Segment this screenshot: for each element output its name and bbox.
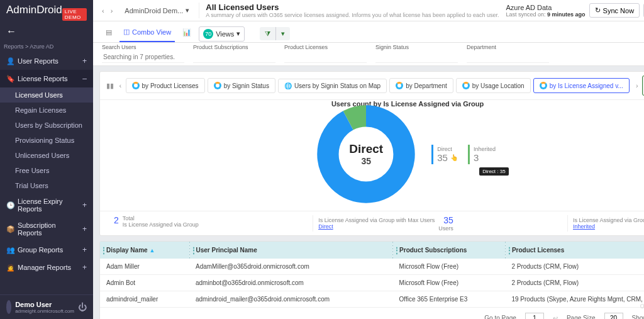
legend-value: 35 xyxy=(437,152,448,163)
nav-label: User Reports xyxy=(18,57,79,65)
donut-icon xyxy=(214,82,221,89)
tabs-prev-icon[interactable]: ‹ xyxy=(115,82,125,89)
tab-department[interactable]: by Department xyxy=(389,78,453,93)
pagesize-input[interactable] xyxy=(604,313,623,319)
metric-total: 2 Total Is License Assigned via Group xyxy=(109,215,199,232)
tabs-next-icon[interactable]: › xyxy=(632,82,642,89)
nav-group-reports[interactable]: 👥 Group Reports + xyxy=(0,241,93,259)
expand-icon[interactable]: + xyxy=(82,201,87,210)
donut-chart[interactable]: Direct 35 xyxy=(316,104,416,204)
col-label: Product Licenses xyxy=(512,247,564,254)
sub-users-by-subscription[interactable]: Users by Subscription xyxy=(0,118,93,133)
back-icon[interactable]: ← xyxy=(6,26,16,36)
tab-label: Users by Signin Status on Map xyxy=(294,82,380,89)
legend-direct[interactable]: Direct 35👆 xyxy=(431,145,462,164)
sub-trial-users[interactable]: Trial Users xyxy=(0,178,93,193)
expand-icon[interactable]: + xyxy=(82,57,87,65)
table-row[interactable]: Adam MillerAdamMiller@o365droid.onmicros… xyxy=(100,259,644,275)
metric-value: 2 xyxy=(114,215,119,225)
filter-label: Signin Status xyxy=(375,44,458,50)
funnel-icon: ⧩ xyxy=(260,27,276,40)
drag-icon[interactable]: ⋮ xyxy=(100,246,108,255)
current-user[interactable]: Demo User admeight.onmicrosoft.com ⏻ xyxy=(0,294,93,319)
metric-max: Is License Assigned via Group with Max U… xyxy=(313,215,453,232)
nav-license-reports[interactable]: 🔖 License Reports – xyxy=(0,70,93,87)
filter-input[interactable] xyxy=(375,52,458,63)
filter-licenses[interactable]: Product Licenses xyxy=(284,43,367,63)
tab-signin-status[interactable]: by Signin Status xyxy=(208,78,275,93)
nav-prev-icon[interactable]: ‹ xyxy=(99,7,107,14)
legend-inherited[interactable]: Inherited 3 xyxy=(468,145,499,164)
view-list-icon[interactable]: ▤ xyxy=(102,26,116,42)
goto-input[interactable] xyxy=(525,313,544,319)
nav-subscription-reports[interactable]: 📦 Subscription Reports + xyxy=(0,217,93,241)
sub-unlicensed-users[interactable]: Unlicensed Users xyxy=(0,148,93,163)
sync-now-label: Sync Now xyxy=(603,7,635,14)
tab-product-licenses[interactable]: by Product Licenses xyxy=(126,78,205,93)
views-dropdown[interactable]: 70 Views ▾ xyxy=(199,26,245,42)
nav-label: License Expiry Reports xyxy=(18,198,79,213)
filter-department[interactable]: Department xyxy=(467,43,549,63)
chart-tabs: ▮▮ ‹ by Product Licenses by Signin Statu… xyxy=(100,72,644,100)
table-row[interactable]: Admin Botadminbot@o365droid.onmicrosoft.… xyxy=(100,275,644,291)
filter-signin-status[interactable]: Signin Status xyxy=(375,43,458,63)
tab-label: by Signin Status xyxy=(224,82,269,89)
nav-next-icon[interactable]: › xyxy=(108,7,116,14)
manager-icon: 🙍 xyxy=(6,264,14,272)
page-title: All Licensed Users xyxy=(206,3,501,12)
search-users-input[interactable] xyxy=(102,52,184,63)
donut-icon xyxy=(462,82,470,89)
tab-license-assigned[interactable]: by Is License Assigned v... xyxy=(533,78,630,93)
expand-icon[interactable]: + xyxy=(82,245,87,254)
group-icon: 👥 xyxy=(6,246,14,254)
filter-input[interactable] xyxy=(193,52,275,63)
chevron-down-icon: ▾ xyxy=(186,6,189,14)
sub-licensed-users[interactable]: Licensed Users xyxy=(0,87,93,103)
metric-value: 35 xyxy=(443,215,453,225)
clock-icon: 🕒 xyxy=(6,201,14,210)
expand-icon[interactable]: + xyxy=(82,263,87,272)
user-meta: Demo User admeight.onmicrosoft.com xyxy=(15,301,74,314)
tenant-selector[interactable]: AdminDroid Dem... ▾ xyxy=(120,4,194,17)
goto-submit-icon[interactable]: ↩ xyxy=(553,315,558,319)
drag-icon[interactable]: ⋮ xyxy=(393,246,401,255)
combo-view-tab[interactable]: ◫ Combo View xyxy=(119,25,175,42)
col-upn[interactable]: ⋮User Principal Name xyxy=(189,242,393,259)
filter-input[interactable] xyxy=(284,52,367,63)
pointer-icon: 👆 xyxy=(450,154,458,161)
drag-icon[interactable]: ⋮ xyxy=(190,246,197,255)
tab-usage-location[interactable]: by Usage Location xyxy=(456,78,531,93)
donut-icon xyxy=(132,82,140,89)
sub-regain-licenses[interactable]: Regain Licenses xyxy=(0,103,93,118)
filter-button[interactable]: ⧩▾ xyxy=(260,27,290,40)
sub-free-users[interactable]: Free Users xyxy=(0,163,93,178)
col-display-name[interactable]: ⋮Display Name ▲ xyxy=(100,242,189,259)
drag-icon[interactable]: ⋮ xyxy=(506,246,513,255)
tab-signin-map[interactable]: 🌐Users by Signin Status on Map xyxy=(278,79,387,93)
filter-label: Product Licenses xyxy=(284,44,367,50)
metric-link[interactable]: Direct xyxy=(318,223,435,230)
sub-provisioning-status[interactable]: Provisioning Status xyxy=(0,133,93,148)
metric-label: Is License Assigned via Group with Min U… xyxy=(573,217,644,223)
brand-logo: AdminDroid xyxy=(6,4,62,16)
collapse-icon[interactable]: – xyxy=(82,74,87,83)
tab-label: by Is License Assigned v... xyxy=(550,82,623,89)
sync-now-button[interactable]: ↻ Sync Now xyxy=(589,3,640,18)
expand-icon[interactable]: + xyxy=(82,225,87,233)
col-subscriptions[interactable]: ⋮Product Subscriptions xyxy=(393,242,506,259)
nav-manager-reports[interactable]: 🙍 Manager Reports + xyxy=(0,259,93,276)
filter-subscriptions[interactable]: Product Subscriptions xyxy=(193,43,275,63)
filter-input[interactable] xyxy=(467,52,549,63)
power-icon[interactable]: ⏻ xyxy=(78,302,87,312)
chart-type-icon[interactable]: ▮▮ xyxy=(105,82,115,90)
nav-user-reports[interactable]: 👤 User Reports + xyxy=(0,52,93,70)
nav-license-expiry[interactable]: 🕒 License Expiry Reports + xyxy=(0,193,93,217)
goto-label: Go to Page xyxy=(484,315,516,319)
metric-link[interactable]: Inherited xyxy=(573,223,644,230)
box-icon: 📦 xyxy=(6,225,14,233)
col-licenses[interactable]: ⋮Product Licenses xyxy=(505,242,644,259)
view-chart-icon[interactable]: 📊 xyxy=(179,26,195,42)
table-row[interactable]: admindroid_maileradmindroid_mailer@o365d… xyxy=(100,291,644,308)
filter-label: Department xyxy=(467,44,549,50)
user-icon: 👤 xyxy=(6,57,14,65)
